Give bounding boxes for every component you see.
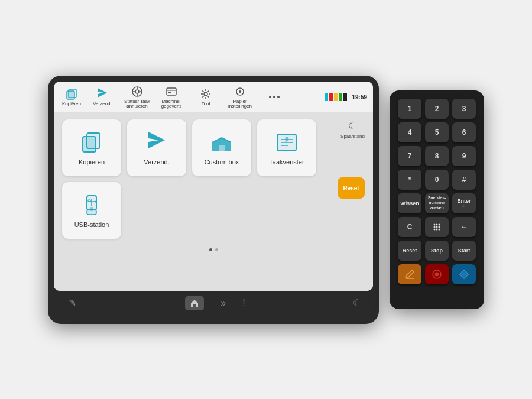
- key-8[interactable]: 8: [425, 146, 449, 166]
- key-c[interactable]: C: [398, 217, 421, 237]
- key-reset[interactable]: Reset: [398, 241, 421, 261]
- key-row-1: 1 2 3: [395, 99, 478, 119]
- verzend-tile-icon: [145, 130, 168, 154]
- apps-row-1: Kopiëren Verzend.: [62, 119, 365, 176]
- shortcut-verzend[interactable]: Verzend.: [90, 87, 114, 107]
- dot-1: [215, 248, 218, 251]
- key-7[interactable]: 7: [398, 146, 421, 166]
- reset-button[interactable]: Reset: [338, 177, 365, 199]
- svg-marker-3: [98, 88, 107, 98]
- svg-rect-0: [67, 91, 74, 99]
- nav-papier-instellingen[interactable]: Papierinstellingen: [227, 85, 253, 110]
- tablet-screen: Kopiëren Verzend.: [54, 82, 373, 291]
- nav-status-taak[interactable]: Status/ Taakannuleren: [124, 85, 150, 110]
- svg-point-46: [436, 228, 438, 230]
- color-bar-black: [343, 93, 347, 101]
- svg-point-43: [436, 226, 438, 228]
- color-bar-yellow: [334, 93, 338, 101]
- key-action-stop-circle[interactable]: [425, 264, 449, 284]
- key-row-2: 4 5 6: [395, 122, 478, 142]
- usb-station-tile[interactable]: USB-station: [62, 182, 121, 239]
- kopieren-tile[interactable]: Kopiëren: [62, 119, 121, 176]
- svg-point-13: [204, 92, 207, 96]
- key-0[interactable]: 0: [425, 170, 449, 190]
- svg-point-15: [239, 90, 241, 93]
- svg-rect-22: [87, 133, 100, 148]
- taakvenster-tile[interactable]: Taakvenster: [257, 119, 316, 176]
- svg-marker-52: [462, 272, 466, 277]
- machine-gegevens-icon: [165, 85, 178, 98]
- key-start[interactable]: Start: [452, 241, 476, 261]
- usb-station-tile-label: USB-station: [74, 221, 109, 228]
- key-action-edit[interactable]: [398, 264, 421, 284]
- key-4[interactable]: 4: [398, 122, 421, 142]
- key-row-3: 7 8 9: [395, 146, 478, 166]
- key-row-func1: Wissen Snelkies-nummerzoeken Enter ↵: [395, 193, 478, 213]
- nav-status-taak-label: Status/ Taakannuleren: [124, 99, 150, 110]
- svg-rect-24: [219, 145, 225, 151]
- forward-icon[interactable]: »: [220, 298, 226, 309]
- custom-box-tile[interactable]: Custom box: [192, 119, 251, 176]
- spaarstand-button[interactable]: ☾ Spaarstand: [340, 119, 365, 139]
- taakvenster-tile-label: Taakvenster: [269, 158, 304, 166]
- svg-point-18: [277, 96, 280, 98]
- sleep-icon[interactable]: ☾: [353, 297, 361, 309]
- usb-station-tile-icon: [80, 193, 103, 216]
- dot-indicator: [62, 245, 365, 254]
- nav-tool-label: Tool: [202, 102, 210, 107]
- svg-point-42: [434, 226, 436, 228]
- svg-point-35: [95, 201, 96, 203]
- nav-tool[interactable]: Tool: [193, 87, 219, 107]
- top-bar-right: 19:59: [325, 93, 367, 101]
- verzend-icon-small: [96, 87, 109, 100]
- kopieren-tile-icon: [80, 130, 103, 154]
- key-3[interactable]: 3: [452, 99, 476, 119]
- svg-point-47: [439, 228, 440, 230]
- svg-point-39: [434, 223, 436, 225]
- key-action-start-diamond[interactable]: [452, 264, 476, 284]
- key-5[interactable]: 5: [425, 122, 449, 142]
- shortcuts: Kopiëren Verzend.: [60, 87, 114, 107]
- verzend-tile[interactable]: Verzend.: [127, 119, 186, 176]
- svg-rect-12: [168, 92, 171, 93]
- svg-point-16: [269, 96, 271, 98]
- svg-point-17: [273, 96, 275, 98]
- svg-point-50: [435, 272, 439, 276]
- svg-rect-37: [87, 210, 96, 215]
- key-backspace[interactable]: ←: [452, 217, 476, 237]
- scene: Kopiëren Verzend.: [48, 76, 484, 324]
- tablet: Kopiëren Verzend.: [48, 76, 379, 324]
- svg-point-41: [439, 223, 440, 225]
- shortcut-kopieren[interactable]: Kopiëren: [60, 87, 83, 107]
- custom-box-tile-label: Custom box: [205, 158, 239, 166]
- key-6[interactable]: 6: [452, 122, 476, 142]
- alert-icon[interactable]: !: [242, 298, 245, 309]
- custom-box-tile-icon: [210, 130, 233, 154]
- shortcut-verzend-label: Verzend.: [93, 102, 112, 107]
- key-enter[interactable]: Enter ↵: [452, 193, 476, 213]
- key-1[interactable]: 1: [398, 99, 421, 119]
- papier-instellingen-icon: [233, 85, 246, 98]
- key-stop[interactable]: Stop: [425, 241, 449, 261]
- key-row-func2: C ←: [395, 217, 478, 237]
- color-indicator: [325, 93, 347, 101]
- key-snelkiesnummer[interactable]: Snelkies-nummerzoeken: [425, 193, 449, 213]
- key-hash[interactable]: #: [452, 170, 476, 190]
- tool-icon: [199, 87, 212, 100]
- key-9[interactable]: 9: [452, 146, 476, 166]
- svg-rect-10: [167, 88, 176, 95]
- key-grid[interactable]: [425, 217, 449, 237]
- svg-point-40: [436, 223, 438, 225]
- home-button[interactable]: [185, 296, 204, 310]
- svg-point-44: [439, 226, 440, 228]
- tablet-bottom-bar: » ! ☾: [54, 291, 373, 316]
- key-wissen[interactable]: Wissen: [398, 193, 421, 213]
- kopieren-icon: [65, 87, 78, 100]
- verzend-tile-label: Verzend.: [144, 158, 169, 166]
- key-2[interactable]: 2: [425, 99, 449, 119]
- color-bar-red: [329, 93, 333, 101]
- key-star[interactable]: *: [398, 170, 421, 190]
- dot-0: [209, 248, 212, 251]
- nav-machine-gegevens[interactable]: Machine-gegevens: [158, 85, 184, 110]
- nav-more[interactable]: [261, 90, 287, 103]
